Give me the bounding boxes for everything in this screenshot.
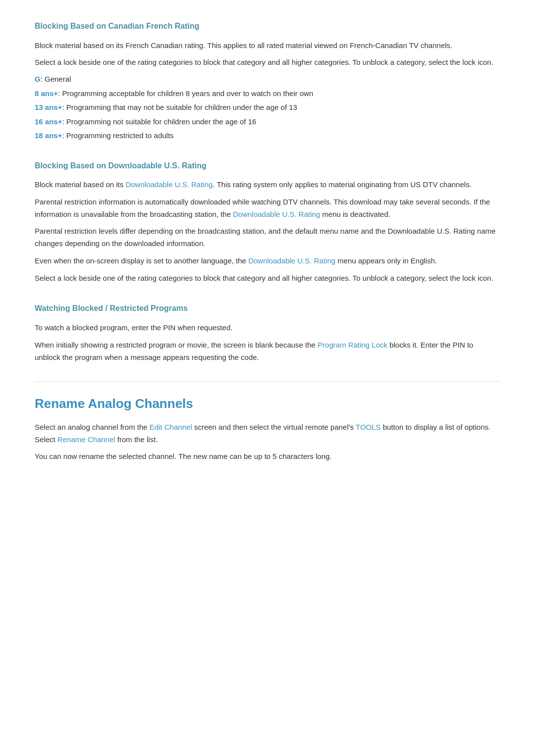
canadian-french-heading: Blocking Based on Canadian French Rating xyxy=(35,20,500,33)
rating-18ans-label: 18 ans+ xyxy=(35,131,62,140)
rating-G: G: General xyxy=(35,74,500,85)
downloadable-rating-link-3: Downloadable U.S. Rating xyxy=(248,256,335,265)
rename-analog-section: Rename Analog Channels Select an analog … xyxy=(35,394,500,463)
downloadable-us-para-1: Block material based on its Downloadable… xyxy=(35,179,500,191)
downloadable-us-para-3: Parental restriction levels differ depen… xyxy=(35,225,500,250)
rename-channel-link: Rename Channel xyxy=(57,435,115,444)
rating-8ans-desc: Programming acceptable for children 8 ye… xyxy=(62,89,313,98)
rating-16ans: 16 ans+: Programming not suitable for ch… xyxy=(35,116,500,128)
rating-13ans-label: 13 ans+ xyxy=(35,103,62,111)
rating-18ans-colon: : xyxy=(62,131,66,140)
rating-G-label: G xyxy=(35,75,41,83)
rating-8ans: 8 ans+: Programming acceptable for child… xyxy=(35,88,500,100)
downloadable-rating-link-1: Downloadable U.S. Rating xyxy=(125,180,213,189)
downloadable-us-heading: Blocking Based on Downloadable U.S. Rati… xyxy=(35,159,500,172)
watching-blocked-para-1: To watch a blocked program, enter the PI… xyxy=(35,322,500,334)
downloadable-us-para-2: Parental restriction information is auto… xyxy=(35,196,500,221)
watching-blocked-para-2: When initially showing a restricted prog… xyxy=(35,339,500,364)
downloadable-us-para-5: Select a lock beside one of the rating c… xyxy=(35,272,500,285)
rating-18ans: 18 ans+: Programming restricted to adult… xyxy=(35,130,500,142)
rating-18ans-desc: Programming restricted to adults xyxy=(66,131,174,140)
canadian-french-para-1: Block material based on its French Canad… xyxy=(35,40,500,52)
rating-G-colon: : xyxy=(41,75,45,83)
rating-8ans-label: 8 ans+ xyxy=(35,89,58,98)
rating-G-desc: General xyxy=(45,75,71,83)
rename-analog-para-1: Select an analog channel from the Edit C… xyxy=(35,421,500,446)
program-rating-lock-link: Program Rating Lock xyxy=(318,341,387,349)
tools-link: TOOLS xyxy=(356,423,381,431)
rename-analog-heading: Rename Analog Channels xyxy=(35,394,500,414)
rating-13ans-colon: : xyxy=(62,103,66,111)
canadian-french-section: Blocking Based on Canadian French Rating… xyxy=(35,20,500,142)
watching-blocked-section: Watching Blocked / Restricted Programs T… xyxy=(35,302,500,363)
rating-13ans: 13 ans+: Programming that may not be sui… xyxy=(35,102,500,113)
rating-16ans-label: 16 ans+ xyxy=(35,117,62,126)
rename-analog-para-2: You can now rename the selected channel.… xyxy=(35,451,500,463)
watching-blocked-heading: Watching Blocked / Restricted Programs xyxy=(35,302,500,315)
downloadable-us-section: Blocking Based on Downloadable U.S. Rati… xyxy=(35,159,500,285)
rating-13ans-desc: Programming that may not be suitable for… xyxy=(66,103,297,111)
edit-channel-link: Edit Channel xyxy=(150,423,192,431)
downloadable-rating-link-2: Downloadable U.S. Rating xyxy=(233,210,320,218)
canadian-french-para-2: Select a lock beside one of the rating c… xyxy=(35,56,500,69)
rating-16ans-desc: Programming not suitable for children un… xyxy=(66,117,257,126)
rating-16ans-colon: : xyxy=(62,117,66,126)
section-divider xyxy=(35,381,500,382)
downloadable-us-para-4: Even when the on-screen display is set t… xyxy=(35,255,500,267)
